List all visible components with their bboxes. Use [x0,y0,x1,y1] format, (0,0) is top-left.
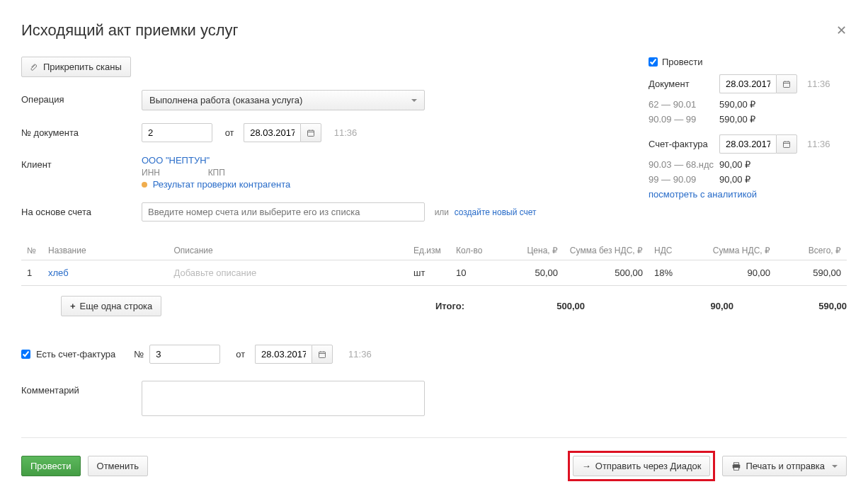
th-vat: НДС [649,241,691,260]
acct-value: 90,00 ₽ [719,174,750,185]
doc-time: 11:36 [334,127,358,138]
acct-value: 90,00 ₽ [719,159,750,170]
calendar-icon [782,80,791,88]
has-invoice-label: Есть счет-фактура [36,349,115,359]
svg-rect-2 [784,142,790,147]
process-button[interactable]: Провести [21,456,81,476]
analytics-link[interactable]: посмотреть с аналитикой [649,189,757,200]
right-doc-time: 11:36 [807,79,830,89]
add-row-label: Еще одна строка [80,301,153,311]
invoice-date-input[interactable] [255,345,312,364]
acct-line: 62 — 90.01 [649,99,719,110]
cell-unit[interactable]: шт [408,260,450,286]
invoice-time: 11:36 [348,349,372,359]
comment-textarea[interactable] [142,381,425,416]
total-vat-sum: 90,00 [656,301,733,311]
th-price: Цена, ₽ [500,241,564,260]
calendar-icon [307,129,315,137]
calendar-button[interactable] [776,134,797,154]
acct-line: 90.09 — 99 [649,114,719,125]
svg-rect-6 [734,467,739,470]
process-checkbox[interactable] [649,57,658,67]
totals-label: Итого: [435,301,464,311]
invoice-from-label: от [236,349,245,359]
attach-scans-label: Прикрепить сканы [43,62,122,72]
print-icon [731,461,741,471]
th-name: Название [42,241,168,260]
item-name-link[interactable]: хлеб [48,267,69,278]
calendar-icon [318,350,326,359]
th-num: № [21,241,42,260]
acct-line: 99 — 90.09 [649,174,719,185]
cell-vat[interactable]: 18% [649,260,691,286]
doc-date-input[interactable] [244,123,300,142]
cell-price[interactable]: 50,00 [500,260,564,286]
doc-no-input[interactable] [142,123,212,142]
item-desc-input[interactable]: Добавьте описание [173,267,256,278]
th-unit: Ед.изм [408,241,450,260]
total-total: 590,00 [776,301,847,311]
based-on-label: На основе счета [21,202,142,217]
th-total: Всего, ₽ [776,241,847,260]
process-checkbox-label: Провести [662,57,703,67]
check-counterparty-link[interactable]: Результат проверки контрагента [153,179,291,190]
process-button-label: Провести [30,461,72,471]
svg-rect-1 [784,81,790,87]
right-invoice-date-input[interactable] [719,134,776,154]
acct-line: 90.03 — 68.ндс [649,159,719,170]
svg-rect-3 [319,352,326,357]
table-row: 1 хлеб Добавьте описание шт 10 50,00 500… [21,260,847,286]
from-label: от [225,127,234,138]
chevron-down-icon [832,465,838,468]
warning-dot-icon [142,182,147,188]
right-doc-date-input[interactable] [719,74,776,93]
attach-scans-button[interactable]: Прикрепить сканы [21,57,131,77]
cell-sum-no-vat: 500,00 [564,260,649,286]
svg-rect-0 [308,130,314,136]
acct-value: 590,00 ₽ [719,114,755,125]
print-send-button[interactable]: Печать и отправка [722,456,847,476]
calendar-button[interactable] [776,74,797,93]
client-label: Клиент [21,155,142,170]
cell-num: 1 [21,260,42,286]
send-diadoc-button[interactable]: → Отправить через Диадок [573,456,711,476]
total-sum-no-vat: 500,00 [507,301,585,311]
invoice-no-input[interactable] [149,345,220,364]
operation-value: Выполнена работа (оказана услуга) [149,95,302,105]
comment-label: Комментарий [21,381,142,396]
send-diadoc-label: Отправить через Диадок [595,461,702,471]
cancel-button-label: Отменить [97,461,139,471]
close-icon[interactable]: ✕ [836,23,847,38]
client-link[interactable]: ООО "НЕПТУН" [142,155,210,166]
plus-icon: + [70,301,76,311]
operation-label: Операция [21,90,142,105]
cell-total: 590,00 [776,260,847,286]
based-on-input[interactable] [142,202,425,222]
add-row-button[interactable]: + Еще одна строка [61,296,161,316]
cell-vat-sum: 90,00 [691,260,776,286]
invoice-no-label: № [134,349,144,359]
svg-rect-4 [734,462,739,464]
calendar-icon [782,140,791,149]
right-invoice-label: Счет-фактура [649,139,719,149]
inn-label: ИНН [142,168,205,178]
create-new-invoice-link[interactable]: создайте новый счет [455,207,537,217]
print-send-label: Печать и отправка [746,461,825,471]
chevron-down-icon [411,99,417,102]
or-label: или [435,207,449,217]
th-sum-no-vat: Сумма без НДС, ₽ [564,241,649,260]
acct-value: 590,00 ₽ [719,99,755,110]
right-document-label: Документ [649,79,719,89]
th-vat-sum: Сумма НДС, ₽ [691,241,776,260]
cancel-button[interactable]: Отменить [88,456,148,476]
page-title: Исходящий акт приемки услуг [21,21,239,40]
operation-select[interactable]: Выполнена работа (оказана услуга) [142,90,425,110]
th-qty: Кол-во [450,241,500,260]
calendar-button[interactable] [312,345,333,364]
items-table: № Название Описание Ед.изм Кол-во Цена, … [21,241,847,286]
has-invoice-checkbox[interactable] [21,350,30,359]
right-invoice-time: 11:36 [807,139,830,149]
cell-qty[interactable]: 10 [450,260,500,286]
doc-no-label: № документа [21,123,142,138]
calendar-button[interactable] [300,123,321,142]
